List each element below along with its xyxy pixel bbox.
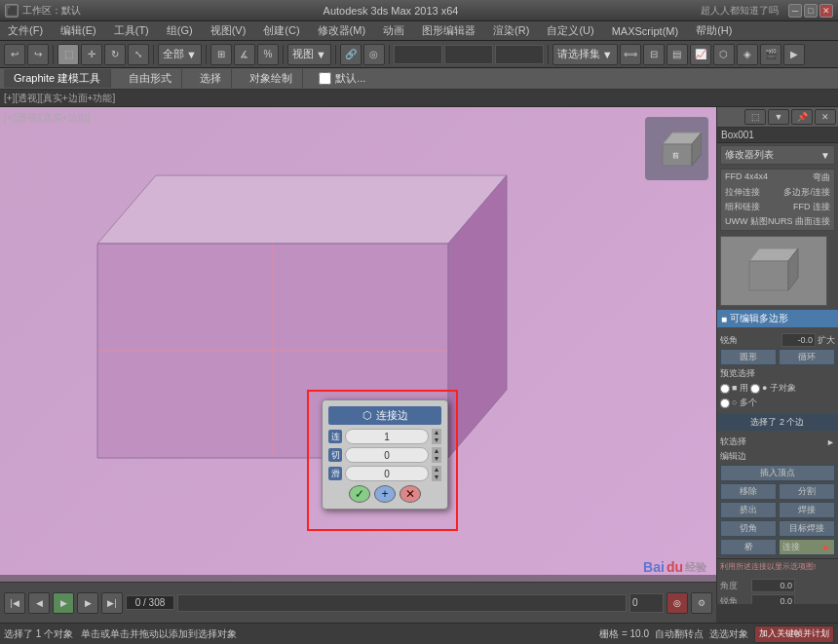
modifier-list-dropdown[interactable]: 修改器列表 ▼ [720,145,835,165]
default-checkbox[interactable] [319,72,331,85]
schematic-button[interactable]: ⬡ [713,44,735,65]
param3-down[interactable]: ▼ [432,474,441,481]
weld-button[interactable]: 焊接 [779,502,835,518]
viewport[interactable]: [+][透视][真实+边面] ⬡ 连接边 连 [0,107,716,604]
bind-button[interactable]: ◎ [363,44,385,65]
curve-editor-button[interactable]: 📈 [690,44,711,65]
stack-item-uvw[interactable]: UWW 贴图 NURS 曲面连接 [722,214,833,229]
pinch-input[interactable] [781,333,816,347]
title-left: ⬛ 工作区：默认 [5,4,81,18]
view-dropdown[interactable]: 视图 ▼ [287,44,331,65]
next-frame-button[interactable]: ▶ [77,592,98,614]
bridge-button[interactable]: 桥 [720,539,777,555]
tab-freeform[interactable]: 自由形式 [119,69,182,88]
key-mode-button[interactable]: ◎ [667,592,688,614]
select-button[interactable]: ⬚ [57,44,79,65]
connect-button[interactable]: 连接 ► [779,539,835,555]
circle-button[interactable]: 圆形 [720,349,777,365]
menu-group[interactable]: 组(G) [163,22,197,39]
param3-input[interactable]: 0 [345,466,429,481]
coord-z-input[interactable] [495,45,544,64]
align-button[interactable]: ⊟ [643,44,665,65]
menu-maxscript[interactable]: MAXScript(M) [608,24,682,38]
minimize-button[interactable]: ─ [788,4,802,18]
rp-icon2[interactable]: ▼ [768,109,789,125]
menu-modifier[interactable]: 修改器(M) [314,22,370,39]
time-config-button[interactable]: ⚙ [691,592,712,614]
param2-input[interactable]: 0 [345,447,429,463]
remove-button[interactable]: 移除 [720,483,777,500]
maximize-button[interactable]: □ [804,4,818,18]
go-start-button[interactable]: |◀ [4,592,25,614]
add-key-button[interactable]: 加入关键帧并计划 [754,625,834,643]
param1-input[interactable]: 1 [345,429,429,444]
undo-button[interactable]: ↩ [4,44,25,65]
go-end-button[interactable]: ▶| [101,592,123,614]
named-select-dropdown[interactable]: 请选择集 ▼ [552,44,618,65]
ok-button[interactable]: ✓ [349,485,370,503]
menu-create[interactable]: 创建(C) [259,22,303,39]
child-radio[interactable] [750,384,760,394]
menu-graph[interactable]: 图形编辑器 [418,22,479,39]
menu-animation[interactable]: 动画 [379,22,408,39]
close-button[interactable]: ✕ [819,4,833,18]
angle-snap-button[interactable]: ∡ [234,44,255,65]
menu-help[interactable]: 帮助(H) [692,22,736,39]
param1-up[interactable]: ▲ [432,429,441,436]
app-icon[interactable]: ⬛ [5,4,19,18]
timeline[interactable] [177,594,627,612]
apply-radio[interactable] [720,384,730,394]
render-setup-button[interactable]: 🎬 [760,44,781,65]
menu-tools[interactable]: 工具(T) [110,22,153,39]
extrude-button[interactable]: 挤出 [720,502,777,518]
material-button[interactable]: ◈ [737,44,758,65]
tab-graphite[interactable]: Graphite 建模工具 [4,69,111,88]
render-button[interactable]: ▶ [783,44,805,65]
split-button[interactable]: 分割 [779,483,835,500]
param3-up[interactable]: ▲ [432,466,441,474]
param2-up[interactable]: ▲ [432,447,441,455]
link-button[interactable]: 🔗 [340,44,362,65]
snap-button[interactable]: ⊞ [210,44,232,65]
stack-item-smooth[interactable]: 细和链接 FFD 连接 [722,200,833,214]
select-filter-dropdown[interactable]: 全部 ▼ [158,44,202,65]
frame-input[interactable] [629,593,664,613]
layer-button[interactable]: ▤ [667,44,688,65]
cancel-button[interactable]: ✕ [400,485,421,503]
coord-y-input[interactable] [444,45,493,64]
menu-view[interactable]: 视图(V) [207,22,250,39]
stack-item-stress[interactable]: 拉伸连接 多边形/连接 [722,185,833,200]
stack-item-ffd[interactable]: FFD 4x4x4 弯曲 [722,170,833,185]
insert-vertex-button[interactable]: 插入顶点 [720,465,835,481]
loop-button[interactable]: 循环 [779,349,835,365]
param2-down[interactable]: ▼ [432,455,441,463]
play-button[interactable]: ▶ [53,592,74,614]
nav-cube[interactable]: 前 [645,117,708,180]
percent-snap-button[interactable]: % [257,44,279,65]
tab-object-paint[interactable]: 对象绘制 [240,69,303,88]
target-weld-button[interactable]: 目标焊接 [779,520,835,537]
mirror-button[interactable]: ⟺ [620,44,641,65]
move-button[interactable]: ✛ [81,44,102,65]
menu-edit[interactable]: 编辑(E) [57,22,100,39]
tab-select[interactable]: 选择 [190,69,232,88]
rp-icon3[interactable]: 📌 [791,109,813,125]
rp-icon1[interactable]: ⬚ [744,109,766,125]
soft-select-row[interactable]: 软选择 ► [717,435,838,449]
pinch2-input[interactable] [751,594,795,604]
coord-x-input[interactable] [394,45,442,64]
scale-button[interactable]: ⤡ [128,44,149,65]
prev-frame-button[interactable]: ◀ [28,592,50,614]
add-button[interactable]: + [374,485,396,503]
menu-render[interactable]: 渲染(R) [489,22,533,39]
redo-button[interactable]: ↪ [27,44,49,65]
rp-icon4[interactable]: ✕ [815,109,836,125]
menu-custom[interactable]: 自定义(U) [543,22,597,39]
multi2-radio[interactable] [720,398,730,408]
rotate-button[interactable]: ↻ [104,44,126,65]
edit-edge-row[interactable]: 编辑边 [717,449,838,464]
angle-input[interactable] [751,579,795,592]
menu-file[interactable]: 文件(F) [4,22,47,39]
param1-down[interactable]: ▼ [432,436,441,444]
chamfer-button[interactable]: 切角 [720,520,777,537]
